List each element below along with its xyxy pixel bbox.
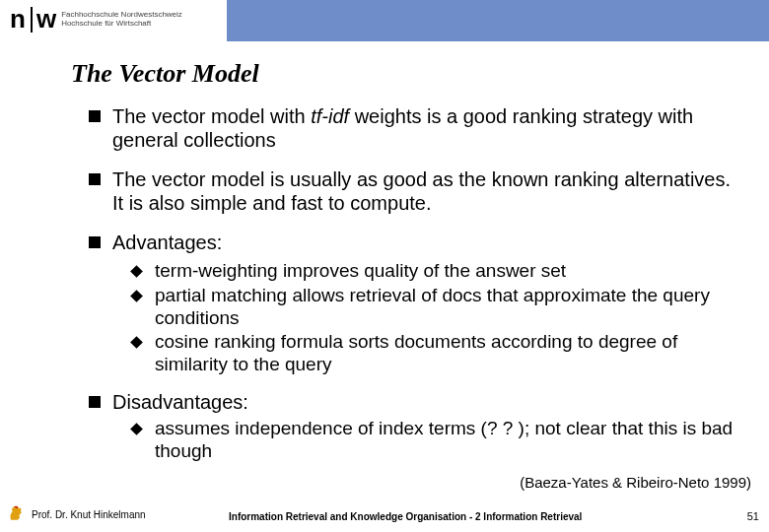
bullet-item: Disadvantages: (89, 390, 739, 414)
square-bullet-icon (89, 110, 101, 122)
institution-logo: n w Fachhochschule Nordwestschweiz Hochs… (10, 4, 182, 34)
text-emphasis: tf-idf (311, 105, 349, 127)
bullet-item: The vector model is usually as good as t… (89, 167, 739, 215)
bullet-text: The vector model with tf-idf weights is … (112, 104, 739, 152)
sub-bullet-list: assumes independence of index terms (? ?… (132, 418, 739, 463)
text-run: The vector model with (112, 105, 311, 127)
sub-bullet-item: assumes independence of index terms (? ?… (132, 418, 739, 463)
logo-mark-w: w (36, 4, 55, 34)
square-bullet-icon (89, 236, 101, 248)
square-bullet-icon (89, 173, 101, 185)
rooster-icon (6, 502, 26, 524)
header-accent-bar (227, 0, 769, 41)
logo-mark: n (10, 4, 25, 34)
diamond-bullet-icon (130, 337, 143, 350)
sub-bullet-item: cosine ranking formula sorts documents a… (132, 331, 739, 376)
sub-bullet-item: term-weighting improves quality of the a… (132, 260, 739, 283)
logo-text: Fachhochschule Nordwestschweiz Hochschul… (61, 11, 182, 29)
diamond-bullet-icon (130, 423, 143, 435)
bullet-item: The vector model with tf-idf weights is … (89, 104, 739, 152)
slide-title: The Vector Model (71, 59, 259, 89)
square-bullet-icon (89, 396, 101, 408)
sub-bullet-text: assumes independence of index terms (? ?… (155, 418, 739, 463)
diamond-bullet-icon (130, 290, 143, 302)
bullet-text: Disadvantages: (112, 390, 248, 414)
sub-bullet-list: term-weighting improves quality of the a… (132, 260, 739, 376)
sub-bullet-text: term-weighting improves quality of the a… (155, 260, 566, 283)
bullet-text: The vector model is usually as good as t… (112, 167, 739, 215)
bullet-item: Advantages: (89, 231, 739, 254)
sub-bullet-item: partial matching allows retrieval of doc… (132, 285, 739, 330)
slide-footer: Prof. Dr. Knut Hinkelmann Information Re… (0, 506, 769, 526)
sub-bullet-text: cosine ranking formula sorts documents a… (155, 331, 739, 376)
citation: (Baeza-Yates & Ribeiro-Neto 1999) (520, 474, 751, 491)
page-number: 51 (747, 510, 759, 522)
slide-header: n w Fachhochschule Nordwestschweiz Hochs… (0, 0, 769, 41)
logo-divider (31, 7, 33, 33)
bullet-text: Advantages: (112, 231, 222, 254)
footer-title: Information Retrieval and Knowledge Orga… (229, 511, 582, 522)
slide-content: The vector model with tf-idf weights is … (89, 104, 739, 477)
diamond-bullet-icon (130, 265, 143, 278)
logo-line2: Hochschule für Wirtschaft (61, 20, 182, 29)
footer-author: Prof. Dr. Knut Hinkelmann (32, 509, 146, 520)
sub-bullet-text: partial matching allows retrieval of doc… (155, 285, 739, 330)
